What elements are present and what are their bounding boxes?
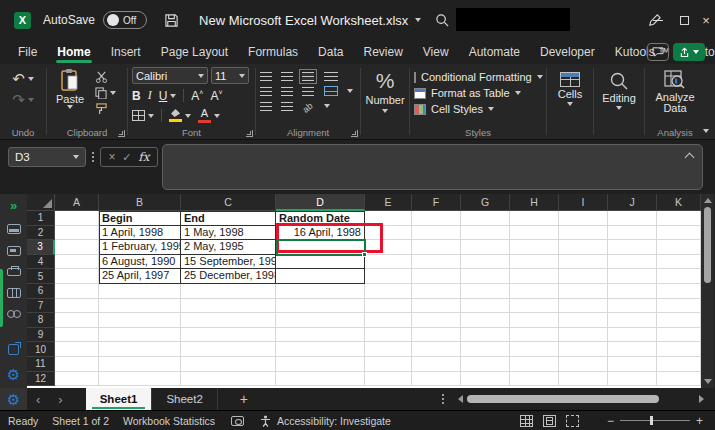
cell-B6[interactable] bbox=[99, 284, 181, 299]
cell-B3[interactable]: 1 February, 1995 bbox=[99, 240, 181, 255]
new-sheet-button[interactable]: + bbox=[240, 391, 248, 407]
align-right-button[interactable] bbox=[302, 87, 314, 96]
page-break-view-button[interactable] bbox=[566, 415, 579, 427]
cell-E3[interactable] bbox=[365, 240, 412, 255]
row-header-2[interactable]: 2 bbox=[27, 226, 55, 241]
fill-color-button[interactable] bbox=[169, 109, 191, 122]
ribbon-tab-review[interactable]: Review bbox=[353, 40, 412, 64]
cell-I5[interactable] bbox=[559, 269, 608, 284]
analyze-data-button[interactable]: Analyze Data bbox=[649, 68, 701, 114]
cell-B12[interactable] bbox=[99, 372, 181, 387]
paste-button[interactable]: Paste bbox=[51, 68, 89, 109]
save-icon[interactable] bbox=[161, 10, 181, 30]
cell-A7[interactable] bbox=[55, 299, 99, 314]
sidebar-gear-icon[interactable]: ⚙ bbox=[7, 367, 20, 382]
cell-G2[interactable] bbox=[461, 226, 510, 241]
formula-bar-collapse-icon[interactable] bbox=[685, 153, 695, 163]
column-header-G[interactable]: G bbox=[461, 194, 510, 211]
cell-A3[interactable] bbox=[55, 240, 99, 255]
cell-E12[interactable] bbox=[365, 372, 412, 387]
normal-view-button[interactable] bbox=[520, 415, 533, 427]
cell-K4[interactable] bbox=[657, 255, 701, 270]
cell-I7[interactable] bbox=[559, 299, 608, 314]
align-middle-button[interactable] bbox=[281, 72, 293, 81]
status-sheet-info[interactable]: Sheet 1 of 2 bbox=[52, 415, 109, 427]
borders-button[interactable] bbox=[132, 110, 154, 121]
cell-C11[interactable] bbox=[181, 357, 276, 372]
row-header-8[interactable]: 8 bbox=[27, 313, 55, 328]
cell-I6[interactable] bbox=[559, 284, 608, 299]
row-header-4[interactable]: 4 bbox=[27, 255, 55, 270]
enter-icon[interactable]: ✓ bbox=[122, 151, 131, 164]
column-header-F[interactable]: F bbox=[412, 194, 461, 211]
scroll-up-icon[interactable] bbox=[704, 198, 712, 203]
cell-J1[interactable] bbox=[608, 211, 657, 226]
cell-H5[interactable] bbox=[510, 269, 559, 284]
cell-H1[interactable] bbox=[510, 211, 559, 226]
document-title[interactable]: New Microsoft Excel Worksheet.xlsx bbox=[199, 13, 408, 28]
column-header-A[interactable]: A bbox=[55, 194, 99, 211]
zoom-slider[interactable] bbox=[620, 420, 690, 421]
cell-K5[interactable] bbox=[657, 269, 701, 284]
increase-indent-button[interactable] bbox=[281, 102, 293, 111]
cell-B9[interactable] bbox=[99, 328, 181, 343]
row-header-1[interactable]: 1 bbox=[27, 211, 55, 226]
cell-K6[interactable] bbox=[657, 284, 701, 299]
decrease-font-button[interactable]: A˅ bbox=[210, 89, 222, 103]
cell-H2[interactable] bbox=[510, 226, 559, 241]
sidebar-flag-icon[interactable] bbox=[7, 246, 21, 256]
cell-D7[interactable] bbox=[276, 299, 365, 314]
align-bottom-button[interactable] bbox=[302, 72, 314, 81]
close-button[interactable]: × bbox=[694, 0, 715, 40]
cell-I9[interactable] bbox=[559, 328, 608, 343]
row-header-3[interactable]: 3 bbox=[27, 240, 55, 255]
cell-A6[interactable] bbox=[55, 284, 99, 299]
column-header-B[interactable]: B bbox=[99, 194, 181, 211]
cell-G3[interactable] bbox=[461, 240, 510, 255]
cell-H6[interactable] bbox=[510, 284, 559, 299]
row-header-11[interactable]: 11 bbox=[27, 357, 55, 372]
title-chevron-icon[interactable] bbox=[415, 18, 421, 22]
sheet-tab-sheet2[interactable]: Sheet2 bbox=[152, 388, 217, 410]
comments-button[interactable] bbox=[647, 43, 669, 61]
row-header-6[interactable]: 6 bbox=[27, 284, 55, 299]
sidebar-open-external-icon[interactable] bbox=[8, 344, 19, 355]
sidebar-find-icon[interactable] bbox=[7, 310, 21, 318]
cell-H4[interactable] bbox=[510, 255, 559, 270]
formula-bar-input[interactable] bbox=[162, 144, 703, 190]
cell-A2[interactable] bbox=[55, 226, 99, 241]
cell-C7[interactable] bbox=[181, 299, 276, 314]
conditional-formatting-button[interactable]: Conditional Formatting bbox=[414, 71, 542, 83]
orientation-button[interactable]: ab bbox=[301, 97, 319, 114]
cell-G11[interactable] bbox=[461, 357, 510, 372]
cell-C8[interactable] bbox=[181, 313, 276, 328]
sidebar-workbook-icon[interactable] bbox=[7, 224, 21, 234]
sheet-bar-splitter[interactable] bbox=[442, 394, 444, 404]
cell-E4[interactable] bbox=[365, 255, 412, 270]
cell-K10[interactable] bbox=[657, 342, 701, 357]
horizontal-scrollbar[interactable] bbox=[458, 392, 704, 406]
undo-button[interactable]: ↶ bbox=[12, 71, 34, 86]
select-all-corner[interactable] bbox=[27, 194, 55, 211]
cell-K11[interactable] bbox=[657, 357, 701, 372]
align-center-button[interactable] bbox=[281, 87, 293, 96]
scroll-left-icon[interactable] bbox=[458, 395, 463, 403]
ribbon-tab-insert[interactable]: Insert bbox=[101, 40, 151, 64]
cell-C2[interactable]: 1 May, 1998 bbox=[181, 226, 276, 241]
ribbon-tab-developer[interactable]: Developer bbox=[530, 40, 605, 64]
cell-A5[interactable] bbox=[55, 269, 99, 284]
italic-button[interactable]: I bbox=[148, 88, 152, 103]
cell-B2[interactable]: 1 April, 1998 bbox=[99, 226, 181, 241]
underline-button[interactable]: U bbox=[159, 89, 177, 103]
cell-I3[interactable] bbox=[559, 240, 608, 255]
row-header-9[interactable]: 9 bbox=[27, 328, 55, 343]
cells-group[interactable]: Cells bbox=[547, 65, 593, 139]
cell-D12[interactable] bbox=[276, 372, 365, 387]
ribbon-tab-file[interactable]: File bbox=[8, 40, 47, 64]
cell-D6[interactable] bbox=[276, 284, 365, 299]
cell-A4[interactable] bbox=[55, 255, 99, 270]
cancel-icon[interactable]: × bbox=[108, 150, 115, 164]
cell-F8[interactable] bbox=[412, 313, 461, 328]
cell-I8[interactable] bbox=[559, 313, 608, 328]
cell-I10[interactable] bbox=[559, 342, 608, 357]
